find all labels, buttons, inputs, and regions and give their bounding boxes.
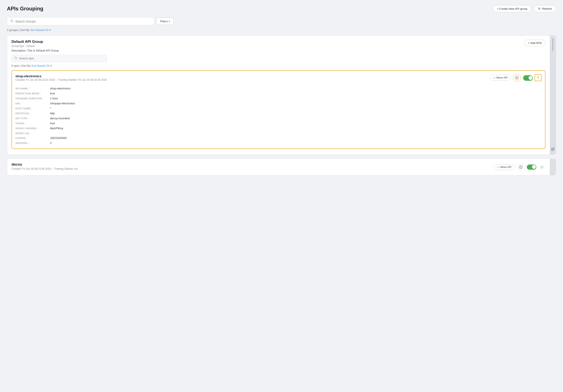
search-filter-row: Filters ▾ bbox=[7, 17, 556, 25]
filters-button[interactable]: Filters ▾ bbox=[156, 18, 174, 25]
api-toggle-switch[interactable] bbox=[523, 75, 532, 80]
groups-search-box bbox=[7, 17, 154, 25]
detail-row-servers: SERVERS : 2 bbox=[15, 140, 542, 146]
detail-row-prediction-mode: PREDICTION MODE : true bbox=[15, 91, 542, 96]
detail-row-url: URL : /shopapi-electronics bbox=[15, 101, 542, 106]
groups-summary: 2 groups | Sort By Sort Based On ▾ bbox=[7, 28, 556, 32]
group-description: Description: This is Default API Group bbox=[12, 49, 59, 52]
sort-based-on-link[interactable]: Sort Based On ▾ bbox=[30, 28, 51, 32]
api-item-header: shop-electronics Created: Fri Jun 26 06:… bbox=[12, 71, 545, 84]
api-actions: — Move API bbox=[490, 74, 542, 82]
second-api-settings-icon-button[interactable] bbox=[517, 163, 525, 171]
svg-line-1 bbox=[13, 22, 13, 23]
api-settings-icon-button[interactable] bbox=[513, 74, 521, 82]
apis-search-box bbox=[12, 55, 107, 62]
chevron-down-icon-apis: ▾ bbox=[51, 64, 52, 67]
api-name: shop-electronics bbox=[15, 74, 107, 78]
search-icon bbox=[10, 19, 14, 23]
svg-line-3 bbox=[16, 59, 17, 59]
apis-search-icon bbox=[14, 57, 17, 60]
refresh-icon: ↻ bbox=[538, 7, 541, 10]
second-group-row: decoy Created: Fri Jun 26 08:21:06 2020 … bbox=[7, 159, 550, 175]
detail-row-api-type: API TYPE : decoy-incontext bbox=[15, 116, 542, 121]
page-container: APIs Grouping + Create New API group ↻ R… bbox=[0, 0, 563, 392]
svg-point-4 bbox=[516, 77, 517, 78]
chevron-down-icon: ▾ bbox=[169, 20, 170, 23]
group-title: Default API Group bbox=[12, 40, 59, 44]
detail-row-training-duration: TRAINING DURATION : 1 hour bbox=[15, 96, 542, 101]
second-expand-icon[interactable] bbox=[538, 164, 545, 171]
groups-search-input[interactable] bbox=[15, 20, 151, 23]
group-type: GroupType : Default bbox=[12, 45, 59, 48]
apis-sort-link[interactable]: Sort Based On ▾ bbox=[31, 64, 52, 67]
detail-row-token: TOKEN : true bbox=[15, 121, 542, 126]
detail-row-protocol: PROTOCOL : http bbox=[15, 111, 542, 116]
create-api-group-button[interactable]: + Create New API group bbox=[493, 5, 532, 12]
detail-row-apikey-qs: APIKEY QS : bbox=[15, 131, 542, 135]
second-group-created: Created: Fri Jun 26 08:21:06 2020 -- Tra… bbox=[12, 167, 78, 170]
svg-point-6 bbox=[520, 166, 521, 168]
second-move-api-button[interactable]: — Move API bbox=[494, 164, 515, 170]
detail-row-cookie: COOKIE : JSESSIONID bbox=[15, 135, 542, 140]
apis-search-input[interactable] bbox=[19, 57, 104, 60]
move-api-button[interactable]: — Move API bbox=[490, 75, 511, 81]
second-group-title: decoy bbox=[12, 162, 78, 167]
group-info: Default API Group GroupType : Default De… bbox=[12, 40, 59, 52]
add-apis-button[interactable]: + Add APIs bbox=[524, 40, 545, 46]
header-actions: + Create New API group ↻ Refresh bbox=[493, 5, 556, 12]
scroll-thumb[interactable] bbox=[552, 38, 553, 51]
api-created: Created: Fri Jun 26 06:31:02 2020 -- Tra… bbox=[15, 78, 107, 81]
detail-row-host-name: HOST NAME : * bbox=[15, 106, 542, 111]
api-expand-icon[interactable] bbox=[535, 74, 542, 81]
apis-sort-info: 6 apis | Sort By Sort Based On ▾ bbox=[12, 64, 545, 67]
api-info: shop-electronics Created: Fri Jun 26 06:… bbox=[15, 74, 107, 81]
second-group-info: decoy Created: Fri Jun 26 08:21:06 2020 … bbox=[12, 162, 78, 172]
group-card-body: 6 apis | Sort By Sort Based On ▾ shop-el… bbox=[7, 55, 550, 155]
group-card-header: Default API Group GroupType : Default De… bbox=[7, 36, 550, 55]
group-card-default: Default API Group GroupType : Default De… bbox=[7, 36, 556, 155]
group-scrollbar-area bbox=[550, 36, 556, 155]
edit-icon[interactable] bbox=[551, 147, 555, 151]
second-group-actions: — Move API bbox=[494, 163, 545, 171]
detail-row-apikey-header: APIKEY HEADER : MyAPIKey bbox=[15, 126, 542, 131]
page-header: APIs Grouping + Create New API group ↻ R… bbox=[7, 5, 556, 12]
page-title: APIs Grouping bbox=[7, 6, 43, 12]
api-details: API NAME : shop-electronics PREDICTION M… bbox=[12, 84, 545, 148]
second-group-scrollbar bbox=[550, 159, 556, 175]
second-api-toggle[interactable] bbox=[527, 164, 536, 170]
group-card-decoy: decoy Created: Fri Jun 26 08:21:06 2020 … bbox=[7, 159, 556, 175]
refresh-button[interactable]: ↻ Refresh bbox=[534, 5, 556, 12]
api-item-shop-electronics: shop-electronics Created: Fri Jun 26 06:… bbox=[12, 70, 545, 149]
detail-row-api-name: API NAME : shop-electronics bbox=[15, 86, 542, 91]
chevron-down-icon-sort: ▾ bbox=[49, 28, 51, 32]
